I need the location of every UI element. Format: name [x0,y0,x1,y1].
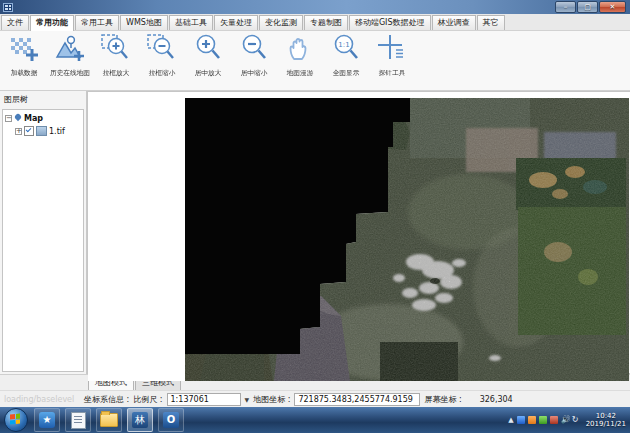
tab-vector-processing[interactable]: 矢量处理 [214,15,258,30]
tool-label: 地图漫游 [287,68,314,78]
scale-input[interactable]: 1:137061 [167,393,241,406]
volume-icon[interactable]: 🔊 [561,416,569,424]
notepad-icon [71,412,86,429]
tool-label: 全图显示 [333,68,360,78]
tray-ime-icon[interactable] [528,416,536,424]
tab-wms-map[interactable]: WMS地图 [120,15,168,30]
folder-icon [100,413,118,427]
center-zoom-out-icon [238,33,270,65]
layer-visibility-checkbox[interactable] [24,126,34,136]
ribbon-tab-bar: 文件 常用功能 常用工具 WMS地图 基础工具 矢量处理 变化监测 专题制图 移… [0,14,630,31]
svg-text:1:1: 1:1 [338,41,349,49]
o-app-icon: O [163,412,179,428]
application-window: – ▢ ✕ 文件 常用功能 常用工具 WMS地图 基础工具 矢量处理 变化监测 … [0,0,630,433]
tab-other[interactable]: 其它 [477,15,505,30]
history-online-map-icon [54,33,86,65]
tray-green-icon[interactable] [539,416,547,424]
tree-node-layer[interactable]: + 1.tif [15,126,81,136]
clock-time: 10:42 [586,412,626,420]
expand-icon[interactable]: + [15,128,22,135]
layer-tree: − Map + 1.tif [2,109,84,372]
map-coord-label: 地图坐标 : [253,394,290,405]
tab-forestry-survey[interactable]: 林业调查 [432,15,476,30]
taskbar-apps: ★ 林 O [34,408,184,432]
minimize-button[interactable]: – [555,1,576,13]
system-tray: ▲ 🔊 ↻ 10:42 2019/11/21 [508,407,628,433]
probe-tool-icon [376,33,408,65]
scale-dropdown-arrow-icon[interactable]: ▼ [245,396,250,403]
collapse-icon[interactable]: − [5,115,12,122]
main-area: 图层树 − Map + 1.tif [0,91,630,374]
tool-label: 居中缩小 [241,68,268,78]
box-zoom-in-icon [100,33,132,65]
box-zoom-out-button[interactable]: 拉框缩小 [140,33,184,85]
satellite-map-image [88,92,629,381]
maximize-button[interactable]: ▢ [577,1,598,13]
pan-hand-icon [284,33,316,65]
raster-layer-icon [36,126,47,136]
center-zoom-in-icon [192,33,224,65]
star-app-icon: ★ [39,412,55,428]
tab-common-tools[interactable]: 常用工具 [75,15,119,30]
scale-label: 比例尺 : [133,394,162,405]
center-zoom-out-button[interactable]: 居中缩小 [232,33,276,85]
probe-tool-button[interactable]: 探针工具 [370,33,414,85]
window-controls: – ▢ ✕ [555,1,626,13]
tool-label: 加载数据 [11,68,38,78]
tab-file[interactable]: 文件 [1,15,29,30]
tree-node-label: Map [24,114,43,123]
layer-tree-title: 图层树 [0,91,86,107]
app-window-icon [3,3,13,12]
windows-taskbar: ★ 林 O ▲ 🔊 ↻ 10:42 2019/11/21 [0,407,630,433]
toolbar: 加载数据 历史在线地图 拉框放大 [0,31,630,91]
box-zoom-out-icon [146,33,178,65]
full-extent-button[interactable]: 1:1 全图显示 [324,33,368,85]
tree-node-label: 1.tif [49,127,65,136]
taskbar-clock[interactable]: 10:42 2019/11/21 [586,412,626,428]
clock-date: 2019/11/21 [586,420,626,428]
tray-expand-icon[interactable]: ▲ [508,416,513,424]
windows-logo-icon [10,413,20,424]
tab-basic-tools[interactable]: 基础工具 [169,15,213,30]
coord-sys-label: 坐标系信息 : [84,394,129,405]
layer-tree-panel: 图层树 − Map + 1.tif [0,91,87,374]
tray-blue-icon[interactable] [517,416,525,424]
sync-icon[interactable]: ↻ [572,416,580,424]
tab-thematic-mapping[interactable]: 专题制图 [304,15,348,30]
taskbar-app-o[interactable]: O [158,408,184,432]
tree-node-map[interactable]: − Map [5,114,81,123]
map-viewport[interactable] [87,91,630,374]
center-zoom-in-button[interactable]: 居中放大 [186,33,230,85]
screen-coord-value: 326,304 [480,395,513,404]
gis-app-icon: 林 [132,412,148,428]
taskbar-app-explorer[interactable] [96,408,122,432]
tool-label: 拉框缩小 [149,68,176,78]
start-button[interactable] [4,408,28,432]
load-data-icon [8,33,40,65]
tab-mobile-gis-processing[interactable]: 移动端GIS数据处理 [349,15,431,30]
status-watermark: loading/baselevel [4,395,80,404]
taskbar-app-notepad[interactable] [65,408,91,432]
box-zoom-in-button[interactable]: 拉框放大 [94,33,138,85]
taskbar-app-gis[interactable]: 林 [127,408,153,432]
titlebar: – ▢ ✕ [0,0,630,14]
screen-coord-label: 屏幕坐标 : [424,394,461,405]
load-data-button[interactable]: 加载数据 [2,33,46,85]
history-online-map-button[interactable]: 历史在线地图 [48,33,92,85]
full-extent-icon: 1:1 [330,33,362,65]
pan-button[interactable]: 地图漫游 [278,33,322,85]
map-coord-value: 721875.3483,2455774.9159 [294,393,420,406]
tab-change-monitoring[interactable]: 变化监测 [259,15,303,30]
tool-label: 居中放大 [195,68,222,78]
status-bar: loading/baselevel 坐标系信息 : 比例尺 : 1:137061… [0,390,630,407]
taskbar-app-star[interactable]: ★ [34,408,60,432]
tray-red-icon[interactable] [550,416,558,424]
close-button[interactable]: ✕ [599,1,626,13]
tool-label: 探针工具 [379,68,406,78]
tool-label: 拉框放大 [103,68,130,78]
tab-common-functions[interactable]: 常用功能 [30,15,74,31]
map-node-icon [14,114,22,123]
tool-label: 历史在线地图 [50,68,90,78]
